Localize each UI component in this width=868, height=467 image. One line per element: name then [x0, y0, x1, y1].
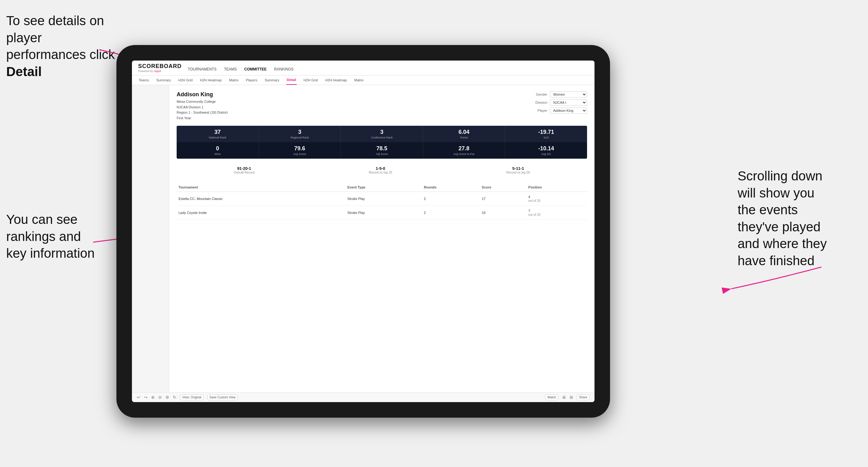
annotation-br-3: the events: [738, 203, 798, 217]
regional-rank-label: Regional Rank: [261, 136, 338, 139]
player-info: Addison King Mesa Community College NJCA…: [177, 91, 227, 121]
col-score: Score: [480, 183, 527, 192]
detail-bold-text: Detail: [6, 64, 41, 79]
annotation-bottomright: Scrolling down will show you the events …: [738, 168, 856, 270]
settings-icon[interactable]: ⚙: [165, 395, 169, 400]
save-custom-view-button[interactable]: Save Custom View: [207, 394, 238, 400]
subnav-summary[interactable]: Summary: [156, 76, 172, 85]
logo-scoreboard: SCOREBOARD: [138, 63, 182, 69]
bottom-toolbar: ↩ ↪ ⊕ ⊖ ⚙ ↻ View: Original Save Custom V…: [132, 392, 594, 402]
player-selectors: Gender Women Division NJCAA I: [532, 91, 587, 114]
annotation-bottomleft: You can see rankings and key information: [6, 211, 124, 262]
annotation-br-2: will show you: [738, 186, 814, 200]
row0-tournament: Estella CC- Mountain Classic: [177, 192, 345, 206]
subnav-detail[interactable]: Detail: [286, 75, 297, 85]
stat-avg-score: 79.6 Avg Score: [259, 142, 341, 159]
events-table-header-row: Tournament Event Type Rounds Score Posit…: [177, 183, 587, 192]
records-row: 91-20-1 Overall Record 1-5-0 Record vs t…: [177, 164, 587, 177]
player-header: Addison King Mesa Community College NJCA…: [177, 91, 587, 121]
stat-sos: -19.71 SoS: [505, 126, 587, 142]
division-selector-row: Division NJCAA I: [532, 99, 587, 105]
left-panel: [132, 85, 169, 392]
view-original-button[interactable]: View: Original: [180, 394, 204, 400]
top-nav: SCOREBOARD Powered by clippd TOURNAMENTS…: [132, 61, 594, 75]
main-nav: TOURNAMENTS TEAMS COMMITTEE RANKINGS: [188, 67, 293, 75]
player-year: First Year: [177, 116, 191, 120]
undo-icon[interactable]: ↩: [137, 395, 140, 400]
subnav-h2h-heatmap2[interactable]: H2H Heatmap: [325, 76, 348, 85]
player-name: Addison King: [177, 91, 227, 98]
logo-powered: Powered by clippd: [138, 69, 182, 73]
avg-score-value: 79.6: [261, 145, 338, 152]
col-tournament: Tournament: [177, 183, 345, 192]
subnav-h2h-heatmap[interactable]: H2H Heatmap: [199, 76, 222, 85]
record-top50: 5-11-1 Record vs top 50: [506, 166, 530, 174]
nav-teams[interactable]: TEAMS: [224, 67, 237, 73]
regional-rank-value: 3: [261, 129, 338, 135]
redo-icon[interactable]: ↪: [144, 395, 148, 400]
player-division: NJCAA Division 1: [177, 105, 203, 109]
row1-event-type: Stroke Play: [345, 206, 422, 220]
nav-committee[interactable]: COMMITTEE: [244, 67, 267, 73]
subnav-players[interactable]: Players: [245, 76, 258, 85]
screen-icon[interactable]: 🖥: [562, 395, 566, 400]
stats-row-1: 37 National Rank 3 Regional Rank 3 Confe…: [177, 126, 587, 142]
row0-score: 17: [480, 192, 527, 206]
annotation-br-6: have finished: [738, 253, 815, 268]
annotation-topleft: To see details on player performances cl…: [6, 12, 124, 80]
stat-points: 6.04 Points: [423, 126, 505, 142]
zoom-in-icon[interactable]: ⊕: [151, 395, 155, 400]
events-table-head: Tournament Event Type Rounds Score Posit…: [177, 183, 587, 192]
table-row: Lady Coyote Invite Stroke Play 2 16 7out…: [177, 206, 587, 220]
top50-record-value: 5-11-1: [506, 166, 530, 171]
division-label: Division: [532, 101, 547, 104]
wins-label: Wins: [179, 152, 256, 156]
points-value: 6.04: [426, 129, 503, 135]
refresh-icon[interactable]: ↻: [173, 395, 176, 400]
player-select[interactable]: Addison King: [550, 107, 587, 114]
stat-conference-rank: 3 Conference Rank: [341, 126, 423, 142]
nav-rankings[interactable]: RANKINGS: [274, 67, 294, 73]
nav-tournaments[interactable]: TOURNAMENTS: [188, 67, 216, 73]
record-top25: 1-5-0 Record vs top 25: [369, 166, 393, 174]
subnav-matrix[interactable]: Matrix: [228, 76, 239, 85]
top50-record-label: Record vs top 50: [506, 171, 530, 174]
top25-record-value: 1-5-0: [369, 166, 393, 171]
watch-button[interactable]: Watch: [545, 394, 558, 400]
logo-area: SCOREBOARD Powered by clippd: [138, 63, 182, 73]
wins-value: 0: [179, 145, 256, 152]
row1-rounds: 2: [422, 206, 480, 220]
powered-by-text: Powered by: [138, 69, 153, 73]
national-rank-label: National Rank: [179, 136, 256, 139]
annotation-br-5: and where they: [738, 236, 827, 251]
row0-event-type: Stroke Play: [345, 192, 422, 206]
row1-tournament: Lady Coyote Invite: [177, 206, 345, 220]
col-rounds: Rounds: [422, 183, 480, 192]
stat-national-rank: 37 National Rank: [177, 126, 259, 142]
tablet-device: SCOREBOARD Powered by clippd TOURNAMENTS…: [116, 45, 610, 417]
adj-score-value: 78.5: [343, 145, 420, 152]
sub-nav: Teams Summary H2H Grid H2H Heatmap Matri…: [132, 75, 594, 85]
annotation-br-1: Scrolling down: [738, 168, 823, 183]
avg-sg-value: -10.14: [507, 145, 585, 152]
grid-icon[interactable]: ⊞: [570, 395, 573, 400]
division-select[interactable]: NJCAA I: [550, 99, 587, 105]
row1-score: 16: [480, 206, 527, 220]
subnav-h2h-grid2[interactable]: H2H Grid: [303, 76, 318, 85]
gender-selector-row: Gender Women: [532, 91, 587, 97]
events-table: Tournament Event Type Rounds Score Posit…: [177, 183, 587, 220]
share-button[interactable]: Share: [577, 394, 590, 400]
logo-text: SCOREBOARD: [138, 63, 182, 69]
gender-select[interactable]: Women: [550, 91, 587, 97]
subnav-summary2[interactable]: Summary: [264, 76, 280, 85]
stat-adj-score: 78.5 Adj Score: [341, 142, 423, 159]
subnav-teams[interactable]: Teams: [138, 76, 149, 85]
subnav-h2h-grid[interactable]: H2H Grid: [178, 76, 193, 85]
overall-record-label: Overall Record: [234, 171, 254, 174]
zoom-out-icon[interactable]: ⊖: [158, 395, 162, 400]
points-label: Points: [426, 136, 503, 139]
tablet-screen: SCOREBOARD Powered by clippd TOURNAMENTS…: [132, 61, 594, 402]
stat-avg-score-par: 27.8 Avg Score to Par: [423, 142, 505, 159]
subnav-matrix2[interactable]: Matrix: [353, 76, 364, 85]
row0-position: 4out of 20: [527, 192, 587, 206]
